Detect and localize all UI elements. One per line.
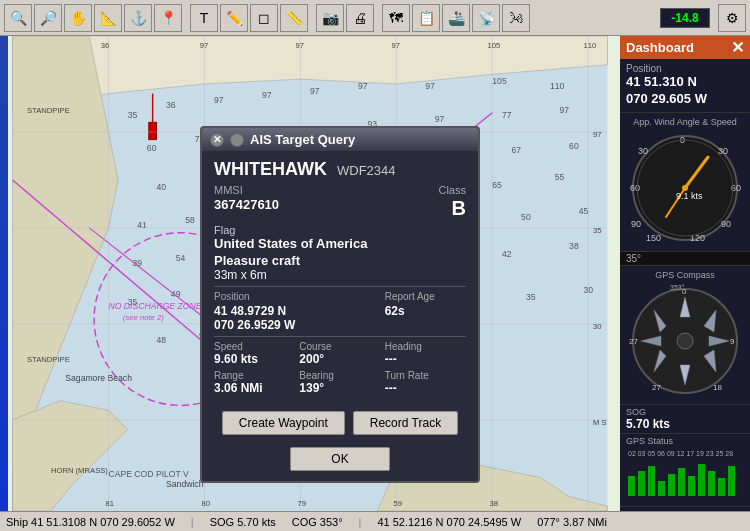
vessel-type: Pleasure craft bbox=[214, 253, 466, 268]
svg-rect-149 bbox=[628, 476, 635, 496]
position-label: Position bbox=[626, 63, 744, 74]
compass-label: GPS Compass bbox=[655, 270, 715, 280]
lat-pos: 41 48.9729 N bbox=[214, 304, 295, 318]
svg-rect-152 bbox=[658, 481, 665, 496]
text-button[interactable]: T bbox=[190, 4, 218, 32]
dialog-titlebar: ✕ AIS Target Query bbox=[202, 128, 478, 151]
wind-label: App. Wind Angle & Speed bbox=[633, 117, 737, 127]
svg-rect-150 bbox=[638, 471, 645, 496]
svg-text:97: 97 bbox=[593, 130, 602, 139]
flag-value: United States of America bbox=[214, 236, 466, 251]
ais-button[interactable]: 🚢 bbox=[442, 4, 470, 32]
svg-text:90: 90 bbox=[631, 219, 641, 229]
heading-label: Heading bbox=[385, 341, 466, 352]
svg-text:79: 79 bbox=[298, 499, 307, 508]
range-label: Range bbox=[214, 370, 295, 381]
svg-text:60: 60 bbox=[630, 183, 640, 193]
svg-rect-153 bbox=[668, 474, 675, 496]
cog-status: COG 353° bbox=[292, 516, 343, 528]
svg-text:60: 60 bbox=[147, 143, 157, 153]
svg-text:59: 59 bbox=[393, 499, 402, 508]
route-button[interactable]: 📐 bbox=[94, 4, 122, 32]
measure-button[interactable]: 📏 bbox=[280, 4, 308, 32]
chart-area[interactable]: 35 36 97 97 97 97 97 105 110 60 74 80 90… bbox=[0, 36, 620, 511]
svg-text:60: 60 bbox=[569, 141, 579, 151]
position-lat: 41 51.310 N bbox=[626, 74, 744, 91]
print-button[interactable]: 🖨 bbox=[346, 4, 374, 32]
cursor-position: 41 52.1216 N 070 24.5495 W bbox=[377, 516, 521, 528]
svg-text:97: 97 bbox=[559, 105, 569, 115]
chart-button[interactable]: 🗺 bbox=[382, 4, 410, 32]
wind-gauge-section: App. Wind Angle & Speed 0 30 60 90 120 1… bbox=[620, 113, 750, 252]
anchor-button[interactable]: ⚓ bbox=[124, 4, 152, 32]
svg-text:110: 110 bbox=[550, 81, 565, 91]
svg-rect-157 bbox=[708, 471, 715, 496]
svg-text:55: 55 bbox=[555, 172, 565, 182]
position-label: Position bbox=[214, 291, 295, 302]
dialog-buttons: Create Waypoint Record Track bbox=[202, 403, 478, 443]
position-lon: 070 29.605 W bbox=[626, 91, 744, 108]
svg-text:105: 105 bbox=[492, 76, 507, 86]
wind-button[interactable]: 🌬 bbox=[502, 4, 530, 32]
turn-rate-label: Turn Rate bbox=[385, 370, 466, 381]
svg-text:Sandwich: Sandwich bbox=[166, 479, 204, 489]
sog-value: 5.70 kts bbox=[626, 417, 744, 431]
svg-text:48: 48 bbox=[156, 335, 166, 345]
pan-button[interactable]: ✋ bbox=[64, 4, 92, 32]
settings-button[interactable]: ⚙ bbox=[718, 4, 746, 32]
svg-text:54: 54 bbox=[176, 254, 186, 264]
svg-text:30: 30 bbox=[638, 146, 648, 156]
wind-gauge-svg: 0 30 60 90 120 150 90 60 30 9.1 kts bbox=[626, 129, 744, 247]
svg-text:36: 36 bbox=[101, 41, 110, 50]
class-value: B bbox=[452, 197, 466, 220]
svg-text:90: 90 bbox=[721, 219, 731, 229]
svg-rect-151 bbox=[648, 466, 655, 496]
gps-button[interactable]: 📡 bbox=[472, 4, 500, 32]
svg-text:35: 35 bbox=[526, 292, 536, 302]
svg-text:STANDPIPE: STANDPIPE bbox=[27, 355, 70, 364]
svg-text:58: 58 bbox=[185, 215, 195, 225]
svg-text:M S: M S bbox=[593, 418, 607, 427]
dialog-ok-area: OK bbox=[202, 443, 478, 481]
svg-text:40: 40 bbox=[156, 182, 166, 192]
speed-display: -14.8 bbox=[660, 8, 710, 28]
toolbar: 🔍 🔎 ✋ 📐 ⚓ 📍 T ✏️ ◻ 📏 📷 🖨 🗺 📋 🚢 📡 🌬 -14.8… bbox=[0, 0, 750, 36]
zoom-out-button[interactable]: 🔎 bbox=[34, 4, 62, 32]
camera-button[interactable]: 📷 bbox=[316, 4, 344, 32]
svg-text:30: 30 bbox=[593, 322, 602, 331]
course-value: 200° bbox=[299, 352, 380, 366]
eraser-button[interactable]: ◻ bbox=[250, 4, 278, 32]
report-age-value: 62s bbox=[385, 304, 466, 318]
svg-text:81: 81 bbox=[106, 499, 115, 508]
svg-text:150: 150 bbox=[646, 233, 661, 243]
gps-status-label: GPS Status bbox=[626, 436, 744, 446]
range-value: 3.06 NMi bbox=[214, 381, 295, 395]
dashboard-title: Dashboard bbox=[626, 40, 694, 55]
wind-degree-indicator: 35° bbox=[620, 252, 750, 266]
compass-section: GPS Compass bbox=[620, 266, 750, 405]
svg-text:STANDPIPE: STANDPIPE bbox=[27, 106, 70, 115]
vessel-size: 33m x 6m bbox=[214, 268, 466, 282]
dialog-body: WHITEHAWK WDF2344 MMSI Class 367427610 B… bbox=[202, 151, 478, 403]
sog-label: SOG bbox=[626, 407, 744, 417]
svg-text:97: 97 bbox=[358, 81, 368, 91]
svg-text:50: 50 bbox=[521, 212, 531, 222]
dialog-minimize-button[interactable] bbox=[230, 133, 244, 147]
ais-dialog: ✕ AIS Target Query WHITEHAWK WDF2344 MMS… bbox=[200, 126, 480, 483]
dialog-close-button[interactable]: ✕ bbox=[210, 133, 224, 147]
waypoint-button[interactable]: 📍 bbox=[154, 4, 182, 32]
pencil-button[interactable]: ✏️ bbox=[220, 4, 248, 32]
speed-label: Speed bbox=[214, 341, 295, 352]
ok-button[interactable]: OK bbox=[290, 447, 389, 471]
svg-text:02 03 05 06 09 12 17 19 23 25 : 02 03 05 06 09 12 17 19 23 25 28 bbox=[628, 450, 733, 457]
compass-svg: 0 9 18 27 27 353° bbox=[626, 282, 744, 400]
layers-button[interactable]: 📋 bbox=[412, 4, 440, 32]
svg-text:80: 80 bbox=[202, 499, 211, 508]
class-label: Class bbox=[438, 184, 466, 196]
dashboard-close-icon[interactable]: ✕ bbox=[731, 38, 744, 57]
zoom-in-button[interactable]: 🔍 bbox=[4, 4, 32, 32]
create-waypoint-button[interactable]: Create Waypoint bbox=[222, 411, 345, 435]
record-track-button[interactable]: Record Track bbox=[353, 411, 458, 435]
svg-rect-154 bbox=[678, 468, 685, 496]
svg-text:27: 27 bbox=[652, 383, 661, 392]
